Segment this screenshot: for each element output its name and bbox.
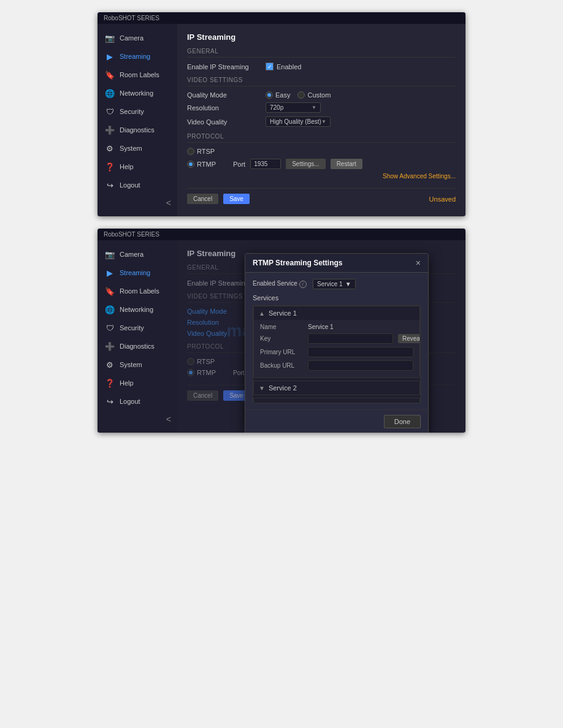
sidebar1-item-diagnostics[interactable]: ➕ Diagnostics xyxy=(98,121,177,139)
service1-name-value: Service 1 xyxy=(308,324,413,330)
enable-checkbox1[interactable]: ✓ Enabled xyxy=(266,63,301,70)
radio-easy1[interactable]: Easy xyxy=(266,91,290,99)
camera-icon2: 📷 xyxy=(105,249,115,259)
collapse-icon2: < xyxy=(166,414,171,424)
sidebar2-item-help[interactable]: ❓ Help xyxy=(98,374,177,392)
sidebar1-label-roomlabels: Room Labels xyxy=(120,71,159,78)
networking-icon2: 🌐 xyxy=(105,305,115,314)
sidebar1-item-help[interactable]: ❓ Help xyxy=(98,157,177,176)
protocol-section1: Protocol RTSP RTMP Port xyxy=(187,133,456,180)
sidebar2-label-system: System xyxy=(120,361,142,368)
rtsp-label1: RTSP xyxy=(197,148,215,155)
quality-mode-row1: Quality Mode Easy Custom xyxy=(187,91,456,99)
sidebar1-item-camera[interactable]: 📷 Camera xyxy=(98,29,177,47)
radio-custom-label1: Custom xyxy=(307,91,331,99)
sidebar1-item-logout[interactable]: ↪ Logout xyxy=(98,176,177,194)
sidebar1-item-networking[interactable]: 🌐 Networking xyxy=(98,84,177,102)
sidebar2-item-networking[interactable]: 🌐 Networking xyxy=(98,300,177,319)
footer-buttons2: Cancel Save xyxy=(187,390,250,401)
service1-primary-input[interactable] xyxy=(308,347,413,357)
sidebar2-item-security[interactable]: 🛡 Security xyxy=(98,319,177,337)
dialog-title: RTMP Streaming Settings xyxy=(253,259,342,267)
radio-rtmp1[interactable]: RTMP xyxy=(187,161,216,168)
sidebar1-label-networking: Networking xyxy=(120,89,153,97)
topbar1-title: RoboSHOT SERIES xyxy=(104,15,159,21)
system-icon2: ⚙ xyxy=(105,360,115,370)
service2-header[interactable]: ▼ Service 2 xyxy=(254,381,419,395)
sidebar1-label-security: Security xyxy=(120,108,144,115)
help-icon1: ❓ xyxy=(105,162,115,172)
enabled-service-row: Enabled Service i Service 1 ▼ xyxy=(253,279,421,289)
resolution-row1: Resolution 720p ▼ xyxy=(187,102,456,113)
video-quality-select1[interactable]: High Quality (Best) ▼ xyxy=(266,116,331,127)
service1-backup-input[interactable] xyxy=(308,360,413,371)
security-icon2: 🛡 xyxy=(105,323,115,333)
sidebar2-collapse[interactable]: < xyxy=(98,411,177,428)
sidebar2-label-roomlabels: Room Labels xyxy=(120,287,159,295)
radio-rtsp1[interactable]: RTSP xyxy=(187,148,215,155)
done-button[interactable]: Done xyxy=(384,415,421,428)
panel1: RoboSHOT SERIES 📷 Camera ▶ Streaming 🔖 R… xyxy=(98,12,465,216)
service1-key-input[interactable] xyxy=(308,333,393,344)
save-button1[interactable]: Save xyxy=(223,194,250,204)
settings-button1[interactable]: Settings... xyxy=(286,159,325,169)
sidebar2-item-roomlabels[interactable]: 🔖 Room Labels xyxy=(98,282,177,300)
radio-easy-label1: Easy xyxy=(275,91,290,99)
service2-header-label: Service 2 xyxy=(269,384,297,392)
port-input1[interactable] xyxy=(250,159,281,169)
services-scroll[interactable]: ▲ Service 1 Name Service 1 Key xyxy=(253,305,421,403)
video-quality-value1: High Quality (Best) xyxy=(270,118,321,125)
quality-mode-label1: Quality Mode xyxy=(187,91,261,99)
radio-dot-rtsp1[interactable] xyxy=(187,148,194,155)
roomlabels-icon2: 🔖 xyxy=(105,286,115,296)
services-title: Services xyxy=(253,294,421,301)
radio-dot-custom1[interactable] xyxy=(297,91,305,99)
diagnostics-icon2: ➕ xyxy=(105,341,115,351)
networking-icon1: 🌐 xyxy=(105,88,115,98)
service3-item: ▼ Service 3 xyxy=(253,398,420,403)
sidebar1-item-system[interactable]: ⚙ System xyxy=(98,139,177,157)
service1-item: ▲ Service 1 Name Service 1 Key xyxy=(253,306,420,378)
logout-icon2: ↪ xyxy=(105,396,115,406)
sidebar2-item-logout[interactable]: ↪ Logout xyxy=(98,392,177,411)
sidebar1: 📷 Camera ▶ Streaming 🔖 Room Labels 🌐 Net… xyxy=(98,24,177,216)
radio-dot-easy1[interactable] xyxy=(266,91,273,99)
service1-name-label: Name xyxy=(260,324,303,330)
sidebar1-item-security[interactable]: 🛡 Security xyxy=(98,102,177,121)
sidebar1-collapse[interactable]: < xyxy=(98,194,177,211)
service1-key-row: Key Reveal xyxy=(260,333,413,344)
checkbox-box1[interactable]: ✓ xyxy=(266,63,274,70)
sidebar1-item-roomlabels[interactable]: 🔖 Room Labels xyxy=(98,66,177,84)
radio-dot-rtsp2 xyxy=(187,358,194,365)
sidebar1-label-camera: Camera xyxy=(120,34,144,42)
sidebar1-item-streaming[interactable]: ▶ Streaming xyxy=(98,47,177,66)
sidebar2-item-camera[interactable]: 📷 Camera xyxy=(98,245,177,264)
dialog-footer: Done xyxy=(245,409,428,433)
restart-button1[interactable]: Restart xyxy=(331,159,362,169)
service1-reveal-button[interactable]: Reveal xyxy=(398,334,420,343)
service3-header[interactable]: ▼ Service 3 xyxy=(254,398,419,403)
resolution-label1: Resolution xyxy=(187,104,261,112)
service1-expand-icon: ▲ xyxy=(259,310,265,317)
sidebar2-item-diagnostics[interactable]: ➕ Diagnostics xyxy=(98,337,177,355)
sidebar2: 📷 Camera ▶ Streaming 🔖 Room Labels 🌐 Net… xyxy=(98,240,177,433)
advanced-settings-link1[interactable]: Show Advanced Settings... xyxy=(187,173,456,180)
video-title1: Video Settings xyxy=(187,77,456,86)
dialog-close-icon[interactable]: × xyxy=(416,259,421,267)
radio-dot-rtmp1[interactable] xyxy=(187,161,194,168)
radio-custom1[interactable]: Custom xyxy=(297,91,331,99)
service1-primary-row: Primary URL xyxy=(260,347,413,357)
enabled-service-select[interactable]: Service 1 ▼ xyxy=(313,279,356,289)
page-title1: IP Streaming xyxy=(187,32,456,42)
content1: IP Streaming General Enable IP Streaming… xyxy=(177,24,465,216)
cancel-button1[interactable]: Cancel xyxy=(187,194,218,204)
sidebar2-item-streaming[interactable]: ▶ Streaming xyxy=(98,264,177,282)
service1-header[interactable]: ▲ Service 1 xyxy=(254,306,419,320)
service1-name-row: Name Service 1 xyxy=(260,324,413,330)
service3-expand-icon: ▼ xyxy=(259,402,265,404)
sidebar2-item-system[interactable]: ⚙ System xyxy=(98,355,177,374)
rtmp-label2: RTMP xyxy=(197,369,216,376)
enabled-service-label: Enabled Service i xyxy=(253,280,308,288)
resolution-select1[interactable]: 720p ▼ xyxy=(266,102,321,113)
port-label2: Port xyxy=(233,370,244,376)
